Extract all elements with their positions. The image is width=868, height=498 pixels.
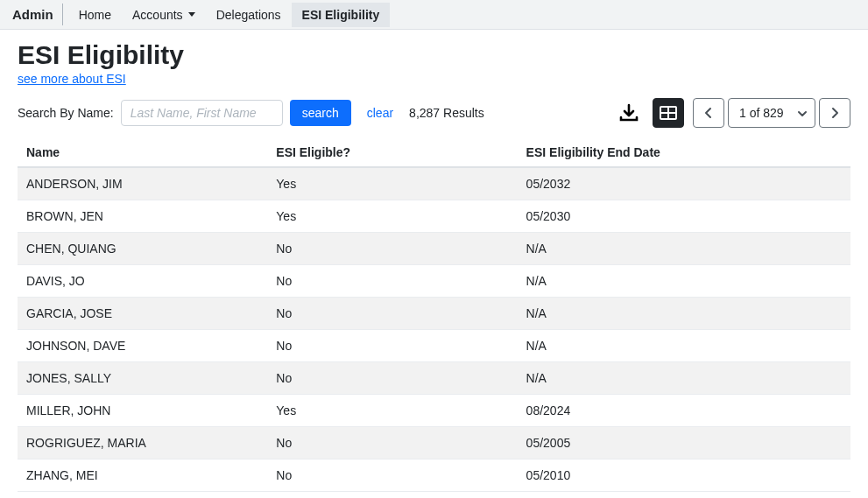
prev-page-button[interactable] <box>693 98 724 128</box>
download-icon <box>618 103 639 123</box>
table-row[interactable]: ZHANG, MEINo05/2010 <box>18 459 850 492</box>
table-view-button[interactable] <box>653 98 684 128</box>
table-row[interactable]: MILLER, JOHNYes08/2024 <box>18 395 850 427</box>
nav-home-label: Home <box>79 8 111 22</box>
cell-end-date: N/A <box>518 298 850 330</box>
cell-end-date: N/A <box>518 362 850 395</box>
cell-end-date: 05/2005 <box>518 427 850 459</box>
nav-esi-label: ESI Eligibility <box>302 8 380 22</box>
results-count: 8,287 Results <box>409 106 484 120</box>
cell-eligible: Yes <box>267 200 517 233</box>
table-row[interactable]: ANDERSON, JIMYes05/2032 <box>18 167 850 200</box>
chevron-down-icon <box>797 106 808 120</box>
cell-end-date: 08/2024 <box>518 395 850 427</box>
cell-end-date: 05/2030 <box>518 200 850 233</box>
download-button[interactable] <box>614 98 644 128</box>
cell-eligible: No <box>267 362 517 395</box>
cell-name: DAVIS, JO <box>18 265 267 298</box>
table-row[interactable]: BROWN, JENYes05/2030 <box>18 200 850 233</box>
table-row[interactable]: GARCIA, JOSENoN/A <box>18 298 850 330</box>
search-button[interactable]: search <box>290 100 351 126</box>
cell-eligible: No <box>267 233 517 265</box>
chevron-right-icon <box>830 107 839 119</box>
pagination: 1 of 829 <box>693 98 850 128</box>
cell-eligible: No <box>267 459 517 492</box>
table-icon <box>660 106 677 120</box>
next-page-button[interactable] <box>819 98 850 128</box>
see-more-link[interactable]: see more about ESI <box>18 72 126 86</box>
col-eligible[interactable]: ESI Eligible? <box>267 138 517 167</box>
cell-name: JONES, SALLY <box>18 362 267 395</box>
search-input[interactable] <box>121 100 283 126</box>
search-label: Search By Name: <box>18 106 114 120</box>
page-body: ESI Eligibility see more about ESI Searc… <box>0 30 868 498</box>
cell-eligible: No <box>267 265 517 298</box>
table-row[interactable]: CHEN, QUIANGNoN/A <box>18 233 850 265</box>
cell-eligible: No <box>267 298 517 330</box>
cell-end-date: N/A <box>518 233 850 265</box>
col-name[interactable]: Name <box>18 138 267 167</box>
page-title: ESI Eligibility <box>18 40 850 70</box>
cell-name: GARCIA, JOSE <box>18 298 267 330</box>
cell-name: JOHNSON, DAVE <box>18 330 267 362</box>
search-group: Search By Name: search clear 8,287 Resul… <box>18 100 484 126</box>
cell-name: MILLER, JOHN <box>18 395 267 427</box>
cell-eligible: No <box>267 330 517 362</box>
cell-end-date: 05/2010 <box>518 459 850 492</box>
nav-delegations[interactable]: Delegations <box>206 3 292 27</box>
page-select[interactable]: 1 of 829 <box>728 98 815 128</box>
cell-end-date: N/A <box>518 265 850 298</box>
nav-delegations-label: Delegations <box>216 8 281 22</box>
cell-end-date: 05/2032 <box>518 167 850 200</box>
nav-accounts[interactable]: Accounts <box>122 3 206 27</box>
cell-name: CHEN, QUIANG <box>18 233 267 265</box>
table-row[interactable]: JONES, SALLYNoN/A <box>18 362 850 395</box>
cell-name: ROGRIGUEZ, MARIA <box>18 427 267 459</box>
cell-name: BROWN, JEN <box>18 200 267 233</box>
nav-home[interactable]: Home <box>68 3 122 27</box>
cell-eligible: Yes <box>267 167 517 200</box>
table-header-row: Name ESI Eligible? ESI Eligibility End D… <box>18 138 850 167</box>
toolbar: Search By Name: search clear 8,287 Resul… <box>18 98 850 128</box>
results-table: Name ESI Eligible? ESI Eligibility End D… <box>18 138 850 492</box>
admin-label: Admin <box>7 4 63 25</box>
table-row[interactable]: ROGRIGUEZ, MARIANo05/2005 <box>18 427 850 459</box>
page-select-label: 1 of 829 <box>739 106 784 120</box>
nav-esi-eligibility[interactable]: ESI Eligibility <box>292 3 391 27</box>
nav-accounts-label: Accounts <box>132 8 183 22</box>
top-navbar: Admin Home Accounts Delegations ESI Elig… <box>0 0 868 30</box>
table-row[interactable]: DAVIS, JONoN/A <box>18 265 850 298</box>
cell-end-date: N/A <box>518 330 850 362</box>
col-end-date[interactable]: ESI Eligibility End Date <box>518 138 850 167</box>
chevron-down-icon <box>188 12 195 17</box>
clear-button[interactable]: clear <box>367 106 393 120</box>
cell-name: ANDERSON, JIM <box>18 167 267 200</box>
cell-eligible: Yes <box>267 395 517 427</box>
table-row[interactable]: JOHNSON, DAVENoN/A <box>18 330 850 362</box>
cell-eligible: No <box>267 427 517 459</box>
chevron-left-icon <box>704 107 713 119</box>
cell-name: ZHANG, MEI <box>18 459 267 492</box>
